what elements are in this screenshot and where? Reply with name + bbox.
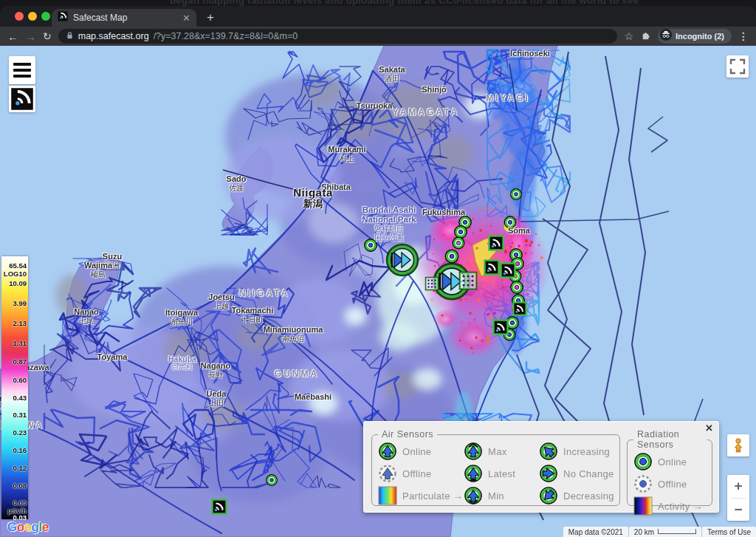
rad-offline-icon bbox=[633, 474, 653, 493]
scale-tick-label: 3.99 bbox=[13, 299, 27, 307]
bookmark-star-icon[interactable]: ☆ bbox=[624, 31, 633, 41]
air-sensors-group: Air Sensors OnlineMaxIncreasingOfflineLa… bbox=[371, 429, 620, 506]
reload-button[interactable]: ↻ bbox=[43, 31, 52, 41]
browser-menu-icon[interactable]: ⋮ bbox=[738, 31, 749, 41]
scale-tick-label: 65.54 bbox=[9, 261, 27, 270]
air-max-icon bbox=[464, 442, 483, 461]
map-marker-square[interactable] bbox=[213, 500, 227, 514]
url-bar[interactable]: map.safecast.org/?y=37.28&x=139.7&z=8&l=… bbox=[58, 29, 618, 44]
zoom-out-button[interactable]: − bbox=[727, 499, 749, 521]
scale-control: 20 km bbox=[629, 527, 701, 537]
map-marker-ring[interactable] bbox=[511, 281, 523, 293]
tab-safecast-map[interactable]: Safecast Map ✕ bbox=[52, 9, 196, 27]
map-marker-ring[interactable] bbox=[365, 239, 377, 251]
map-marker-square[interactable] bbox=[513, 302, 526, 315]
map-marker-ring[interactable] bbox=[453, 237, 464, 248]
legend-item-label: Particulate → bbox=[402, 490, 463, 502]
safecast-logo-button[interactable] bbox=[9, 86, 35, 112]
air-offline-icon bbox=[378, 464, 397, 483]
map-marker-ring[interactable] bbox=[504, 216, 515, 228]
legend-item-label: Decreasing bbox=[563, 490, 614, 502]
legend-item-label: Max bbox=[488, 446, 506, 457]
legend-item-label: Latest bbox=[488, 468, 515, 479]
scale-tick-label: 0.87 bbox=[13, 358, 27, 366]
legend-item-label: Min bbox=[488, 490, 504, 502]
legend-item-particulate-: Particulate → bbox=[378, 485, 464, 506]
pegman-button[interactable] bbox=[727, 434, 749, 456]
forward-button[interactable]: → bbox=[25, 31, 36, 42]
scale-bar bbox=[658, 529, 696, 534]
incognito-label: Incognito (2) bbox=[676, 32, 724, 41]
map-marker-big-arrow[interactable] bbox=[387, 244, 418, 276]
map-marker-square[interactable] bbox=[489, 236, 504, 250]
scale-tick-label: 0.31 bbox=[13, 411, 27, 419]
new-tab-button[interactable]: + bbox=[207, 10, 214, 26]
legend-item-online: Online bbox=[633, 451, 707, 472]
scale-tick-label: 10.09 bbox=[9, 279, 27, 287]
map-marker-ring[interactable] bbox=[267, 475, 277, 485]
legend-item-min: Min bbox=[464, 485, 539, 506]
google-logo[interactable]: Google bbox=[7, 520, 49, 535]
rad-online-icon bbox=[633, 452, 653, 471]
legend-item-label: Online bbox=[658, 456, 687, 468]
air-latest-icon bbox=[464, 464, 483, 483]
map-marker-square[interactable] bbox=[494, 321, 508, 335]
scale-tick-label: LOG10 bbox=[4, 270, 27, 278]
url-path: /?y=37.28&x=139.7&z=8&l=0&m=0 bbox=[154, 31, 298, 41]
pegman-icon bbox=[730, 437, 746, 454]
legend-item-offline: Offline bbox=[378, 463, 464, 484]
map-data-credit: Map data ©2021 bbox=[563, 527, 628, 537]
radiation-sensors-group: Radiation Sensors OnlineOfflineActivity … bbox=[627, 429, 712, 506]
window-close-button[interactable] bbox=[15, 12, 24, 21]
map-marker-ornate[interactable] bbox=[425, 277, 439, 290]
radiation-sensors-title: Radiation Sensors bbox=[633, 429, 707, 450]
legend-item-label: Increasing bbox=[563, 446, 610, 457]
scale-tick-label: 2.13 bbox=[13, 319, 27, 327]
scale-tick-label: 0.05 bbox=[13, 499, 27, 507]
legend-item-decreasing: Decreasing bbox=[539, 485, 615, 506]
incognito-badge: Incognito (2) bbox=[658, 29, 732, 44]
window-zoom-button[interactable] bbox=[41, 12, 50, 21]
dose-color-scale: 65.54LOG1010.093.992.131.310.870.600.430… bbox=[1, 256, 28, 519]
map-marker-square[interactable] bbox=[485, 261, 499, 275]
legend-item-label: Activity → bbox=[658, 501, 703, 512]
legend-item-max: Max bbox=[464, 441, 539, 462]
activity-icon bbox=[633, 496, 653, 516]
map-marker-ring[interactable] bbox=[511, 189, 521, 199]
legend-close-icon[interactable]: ✕ bbox=[705, 423, 713, 434]
map-canvas[interactable]: Sakata酒田TsuruokaShinjōIchinosekiMIYAGIYA… bbox=[0, 46, 756, 537]
terms-of-use-link[interactable]: Terms of Use bbox=[702, 527, 756, 537]
tab-strip: Safecast Map ✕ + bbox=[0, 6, 756, 27]
back-button[interactable]: ← bbox=[7, 31, 18, 42]
legend-item-no-change: No Change bbox=[539, 463, 615, 484]
scale-tick-label: 0.16 bbox=[13, 446, 27, 454]
background-page-text: began mapping radiation levels and uploa… bbox=[0, 0, 756, 6]
legend-item-activity-: Activity → bbox=[633, 496, 707, 516]
browser-toolbar: ← → ↻ map.safecast.org/?y=37.28&x=139.7&… bbox=[0, 27, 756, 46]
hamburger-icon bbox=[13, 63, 31, 66]
legend-item-increasing: Increasing bbox=[539, 441, 615, 462]
extensions-puzzle-icon[interactable] bbox=[640, 30, 651, 44]
map-attribution: Map data ©2021 20 km Terms of Use bbox=[563, 527, 756, 537]
tab-close-icon[interactable]: ✕ bbox=[182, 13, 190, 23]
map-marker-ring[interactable] bbox=[445, 250, 458, 262]
increasing-icon bbox=[539, 442, 558, 461]
tab-title: Safecast Map bbox=[73, 13, 177, 23]
legend-item-label: No Change bbox=[563, 468, 614, 479]
window-minimize-button[interactable] bbox=[28, 12, 37, 21]
particulate-icon bbox=[378, 486, 397, 505]
menu-button[interactable] bbox=[9, 56, 35, 84]
scale-tick-label: 0.43 bbox=[13, 394, 27, 402]
air-sensors-title: Air Sensors bbox=[378, 429, 437, 439]
lock-icon[interactable] bbox=[66, 31, 74, 42]
incognito-icon bbox=[660, 29, 672, 44]
zoom-in-button[interactable]: + bbox=[727, 475, 749, 498]
scale-tick-label: 0.12 bbox=[13, 464, 27, 472]
scale-tick-label: 1.31 bbox=[13, 339, 27, 347]
legend-item-label: Online bbox=[402, 446, 431, 457]
fullscreen-button[interactable] bbox=[726, 55, 749, 78]
map-marker-square[interactable] bbox=[501, 264, 515, 278]
map-marker-ring[interactable] bbox=[455, 226, 467, 238]
legend-item-offline: Offline bbox=[633, 473, 707, 494]
map-marker-ornate[interactable] bbox=[459, 272, 477, 290]
